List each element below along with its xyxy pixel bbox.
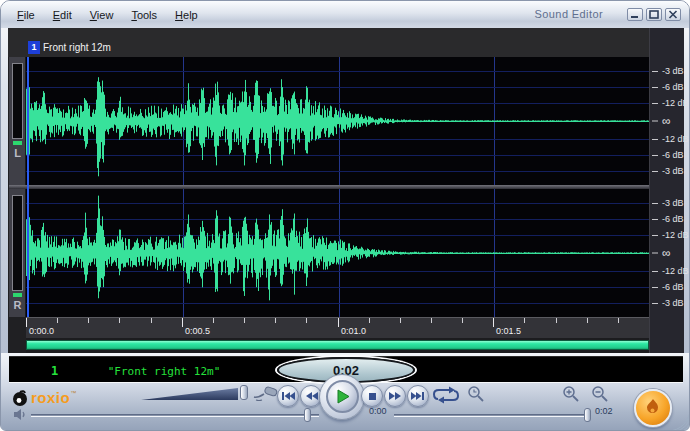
- next-icon: [411, 391, 425, 401]
- waveform-canvas-right[interactable]: [26, 189, 649, 317]
- seek-slider-handle[interactable]: [584, 408, 591, 422]
- playback-cursor[interactable]: [27, 57, 29, 317]
- lcd-track-title: "Front right 12m": [69, 365, 259, 378]
- play-icon: [336, 389, 350, 404]
- player-bar: 1 "Front right 12m" 0:02 roxio ™: [1, 353, 690, 431]
- next-button[interactable]: [407, 385, 429, 407]
- db-scale-left: -3 dB-6 dB-12 dB∞-12 dB-6 dB-3 dB: [650, 57, 685, 185]
- elapsed-time-label: 0:00: [369, 406, 387, 416]
- volume-wedge-slider[interactable]: [141, 387, 239, 401]
- left-fader-indicator[interactable]: [13, 141, 22, 145]
- total-time-label: 0:02: [595, 406, 613, 416]
- rewind-icon: [305, 391, 318, 401]
- corner-grip: [664, 405, 690, 431]
- editor-area: 1 Front right 12m L R 0:00.00:00.50:01.0…: [8, 28, 684, 353]
- close-icon: [668, 10, 678, 19]
- close-button[interactable]: [665, 8, 681, 21]
- loop-button[interactable]: [431, 386, 461, 404]
- waveform-right-channel[interactable]: [26, 189, 649, 317]
- maximize-icon: [649, 10, 659, 19]
- menu-edit[interactable]: Edit: [53, 9, 72, 21]
- right-channel-label: R: [9, 299, 26, 311]
- trademark-symbol: ™: [70, 390, 76, 396]
- play-button[interactable]: [326, 380, 359, 413]
- fast-forward-button[interactable]: [384, 385, 406, 407]
- track-number-badge: 1: [28, 41, 40, 54]
- window-controls: [624, 8, 681, 21]
- volume-slider-track[interactable]: [31, 414, 319, 417]
- waveform-canvas-left[interactable]: [26, 57, 649, 185]
- previous-icon: [281, 391, 295, 401]
- horizontal-scrollbar[interactable]: [26, 340, 649, 350]
- time-ruler[interactable]: 0:00.00:00.50:01.00:01.5: [26, 317, 649, 338]
- speaker-icon[interactable]: [13, 408, 28, 421]
- track-header: 1 Front right 12m: [8, 28, 684, 57]
- previous-button[interactable]: [277, 385, 299, 407]
- seek-slider-track[interactable]: [394, 414, 590, 417]
- zoom-selection-button[interactable]: [467, 386, 489, 403]
- menu-help[interactable]: Help: [175, 9, 198, 21]
- left-channel-label: L: [9, 147, 26, 159]
- menu-tools[interactable]: Tools: [131, 9, 157, 21]
- roxio-wordmark: roxio: [31, 389, 70, 407]
- waveform-left-channel[interactable]: [26, 57, 649, 185]
- menu-file[interactable]: File: [17, 9, 35, 21]
- left-fader-track[interactable]: [12, 63, 23, 139]
- zoom-out-button[interactable]: [591, 386, 613, 403]
- scrollbar-track[interactable]: [26, 338, 649, 353]
- menu-bar: File Edit View Tools Help: [17, 1, 216, 28]
- stop-icon: [368, 392, 377, 401]
- sound-editor-window: File Edit View Tools Help Sound Editor 1…: [0, 0, 690, 431]
- roxio-swirl-icon: [11, 389, 29, 407]
- menu-view[interactable]: View: [90, 9, 114, 21]
- left-channel-strip: L: [9, 57, 26, 185]
- track-name-label: Front right 12m: [43, 42, 111, 53]
- microphone-icon[interactable]: [252, 386, 279, 403]
- volume-slider-handle[interactable]: [304, 408, 311, 422]
- flame-icon: [644, 398, 662, 418]
- window-title: Sound Editor: [535, 8, 603, 20]
- db-scale-panel: -3 dB-6 dB-12 dB∞-12 dB-6 dB-3 dB -3 dB-…: [649, 28, 684, 353]
- title-bar: File Edit View Tools Help Sound Editor: [1, 1, 690, 28]
- right-fader-track[interactable]: [12, 195, 23, 291]
- stop-button[interactable]: [361, 385, 383, 407]
- minimize-icon: [630, 10, 640, 19]
- lcd-track-number: 1: [51, 364, 58, 378]
- fast-forward-icon: [389, 391, 402, 401]
- roxio-logo: roxio ™: [11, 389, 76, 407]
- right-fader-indicator[interactable]: [13, 293, 22, 297]
- minimize-button[interactable]: [627, 8, 643, 21]
- right-channel-strip: R: [9, 189, 26, 317]
- db-scale-right: -3 dB-6 dB-12 dB∞-12 dB-6 dB-3 dB: [650, 189, 685, 317]
- zoom-in-button[interactable]: [562, 386, 584, 403]
- volume-wedge-handle[interactable]: [240, 385, 248, 400]
- maximize-button[interactable]: [646, 8, 662, 21]
